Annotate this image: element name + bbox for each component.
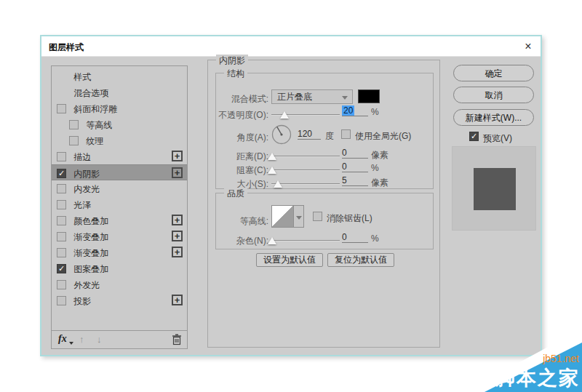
set-default-button[interactable]: 设置为默认值	[256, 253, 323, 267]
noise-label: 杂色(N):	[216, 235, 268, 247]
opacity-unit: %	[371, 107, 379, 117]
preview-checkbox[interactable]: ✓	[469, 132, 479, 141]
size-unit: 像素	[371, 177, 388, 189]
sidebar-item-inner-shadow[interactable]: ✓ 内阴影 +	[52, 164, 187, 180]
noise-unit: %	[371, 233, 379, 244]
antialias-checkbox[interactable]	[313, 212, 322, 221]
opacity-label: 不透明度(O):	[216, 109, 268, 121]
quality-group: 品质 等高线: 消除锯齿(L) 杂色(N): 0 %	[215, 193, 434, 249]
blend-mode-select[interactable]: 正片叠底	[271, 89, 353, 104]
opacity-input[interactable]: 20	[342, 105, 368, 116]
reset-default-button[interactable]: 复位为默认值	[327, 253, 394, 267]
outer-glow-checkbox[interactable]	[57, 280, 66, 289]
sidebar-item-inner-glow[interactable]: 内发光	[52, 180, 187, 196]
structure-group-title: 结构	[224, 68, 247, 80]
effects-list: 样式 混合选项 斜面和浮雕 等高线 纹理 描边 +	[52, 66, 187, 330]
style-preview-swatch	[474, 168, 516, 210]
choke-slider[interactable]	[271, 169, 340, 171]
size-input[interactable]: 5	[342, 175, 368, 186]
sidebar-item-contour[interactable]: 等高线	[52, 116, 187, 132]
delete-effect-icon[interactable]	[172, 334, 182, 348]
new-style-button[interactable]: 新建样式(W)...	[453, 109, 534, 126]
dialog-title: 图层样式	[49, 41, 84, 54]
ok-button[interactable]: 确定	[453, 65, 534, 81]
inner-glow-checkbox[interactable]	[57, 184, 66, 193]
gradient-overlay-2-checkbox[interactable]	[57, 248, 66, 257]
quality-group-title: 品质	[224, 188, 247, 200]
move-effect-down-icon[interactable]: ↓	[97, 334, 102, 345]
layer-style-dialog: 图层样式 × 样式 混合选项 斜面和浮雕 等高线 纹理	[40, 35, 542, 356]
add-gradient-overlay-button[interactable]: +	[172, 231, 183, 241]
add-drop-shadow-button[interactable]: +	[172, 295, 183, 305]
style-preview-thumbnail	[452, 146, 536, 231]
add-inner-shadow-button[interactable]: +	[172, 167, 183, 178]
add-stroke-button[interactable]: +	[172, 151, 183, 161]
sidebar-item-styles[interactable]: 样式	[52, 68, 187, 84]
shadow-color-swatch[interactable]	[358, 89, 380, 103]
use-global-light-checkbox[interactable]	[341, 129, 351, 139]
inner-shadow-checkbox[interactable]: ✓	[57, 169, 66, 178]
sidebar-item-outer-glow[interactable]: 外发光	[52, 276, 187, 292]
watermark-name: 脚本之家	[495, 367, 580, 389]
choke-unit: %	[371, 163, 379, 173]
distance-unit: 像素	[371, 149, 388, 161]
choke-slider-thumb[interactable]	[268, 167, 276, 174]
dialog-titlebar[interactable]: 图层样式 ×	[41, 36, 541, 57]
antialias-label: 消除锯齿(L)	[327, 212, 372, 225]
add-color-overlay-button[interactable]: +	[172, 215, 183, 225]
sidebar-item-color-overlay[interactable]: 颜色叠加 +	[52, 212, 187, 228]
panel-title: 内阴影	[216, 55, 248, 67]
blend-mode-label: 混合模式:	[216, 93, 268, 105]
chevron-down-icon	[342, 96, 348, 100]
watermark-banner: jb51.net 脚本之家	[451, 323, 582, 392]
watermark-site: jb51.net	[542, 353, 579, 364]
contour-label: 等高线:	[216, 215, 268, 228]
sidebar-item-drop-shadow[interactable]: 投影 +	[52, 292, 187, 308]
contour-dropdown-icon[interactable]	[294, 205, 304, 228]
satin-checkbox[interactable]	[57, 200, 66, 209]
add-gradient-overlay-2-button[interactable]: +	[172, 247, 183, 257]
distance-slider-thumb[interactable]	[268, 153, 276, 160]
angle-dial[interactable]	[271, 124, 292, 145]
choke-label: 阻塞(C):	[216, 164, 268, 177]
opacity-slider-thumb[interactable]	[280, 111, 289, 119]
close-icon[interactable]: ×	[520, 39, 536, 54]
texture-checkbox[interactable]	[69, 136, 79, 145]
angle-input[interactable]: 120	[298, 129, 321, 140]
inner-shadow-panel: 内阴影 结构 混合模式: 正片叠底 不透明度(O): 20 % 角度(A):	[207, 60, 440, 348]
effects-sidebar: 样式 混合选项 斜面和浮雕 等高线 纹理 描边 +	[51, 65, 188, 349]
distance-input[interactable]: 0	[342, 148, 368, 159]
sidebar-item-gradient-overlay-2[interactable]: 渐变叠加 +	[52, 244, 187, 260]
contour-checkbox[interactable]	[69, 120, 79, 129]
sidebar-item-texture[interactable]: 纹理	[52, 132, 187, 148]
cancel-button[interactable]: 取消	[453, 87, 534, 103]
distance-label: 距离(D):	[216, 151, 268, 163]
sidebar-item-stroke[interactable]: 描边 +	[52, 148, 187, 164]
choke-input[interactable]: 0	[342, 161, 368, 172]
bevel-emboss-checkbox[interactable]	[57, 104, 66, 113]
color-overlay-checkbox[interactable]	[57, 216, 66, 225]
move-effect-up-icon[interactable]: ↑	[79, 334, 84, 345]
sidebar-item-gradient-overlay[interactable]: 渐变叠加 +	[52, 228, 187, 244]
noise-slider[interactable]	[271, 240, 340, 241]
use-global-light-label: 使用全局光(G)	[355, 130, 411, 143]
sidebar-item-blending-options[interactable]: 混合选项	[52, 84, 187, 100]
distance-slider[interactable]	[271, 156, 340, 157]
angle-unit: 度	[325, 130, 334, 143]
pattern-overlay-checkbox[interactable]: ✓	[57, 264, 66, 273]
sidebar-footer: fx ↑ ↓	[52, 330, 187, 348]
drop-shadow-checkbox[interactable]	[57, 296, 66, 305]
structure-group: 结构 混合模式: 正片叠底 不透明度(O): 20 % 角度(A): 120	[215, 73, 434, 189]
noise-input[interactable]: 0	[342, 232, 368, 243]
gradient-overlay-checkbox[interactable]	[57, 232, 66, 241]
sidebar-item-pattern-overlay[interactable]: ✓ 图案叠加	[52, 260, 187, 276]
fx-caret-icon	[69, 342, 73, 345]
sidebar-item-satin[interactable]: 光泽	[52, 196, 187, 212]
preview-label: 预览(V)	[483, 132, 512, 145]
contour-picker[interactable]	[271, 205, 294, 228]
noise-slider-thumb[interactable]	[268, 237, 276, 244]
fx-menu-icon[interactable]: fx	[58, 333, 67, 345]
size-slider-thumb[interactable]	[274, 180, 282, 188]
stroke-checkbox[interactable]	[57, 152, 66, 161]
sidebar-item-bevel-emboss[interactable]: 斜面和浮雕	[52, 100, 187, 116]
